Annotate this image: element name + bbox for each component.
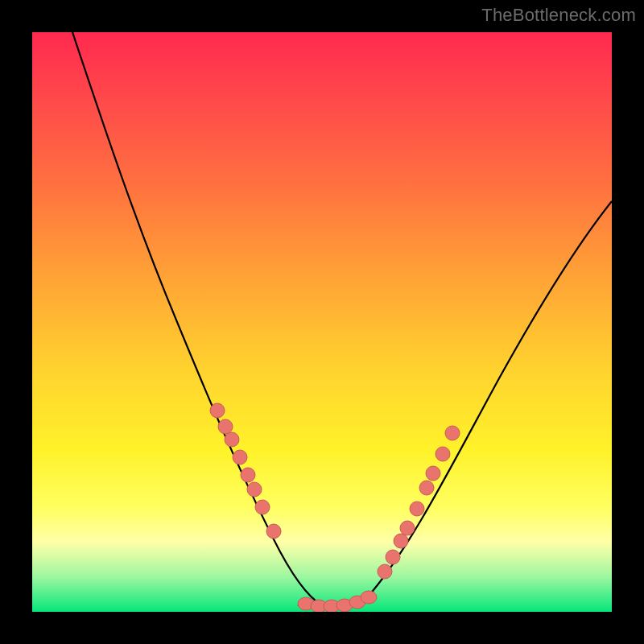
marker-dot <box>266 524 281 539</box>
marker-dot-flat <box>361 591 377 604</box>
curve-svg <box>32 32 612 612</box>
marker-dot <box>247 482 262 497</box>
bottleneck-curve-right <box>322 201 612 605</box>
marker-dot <box>426 466 440 481</box>
chart-frame: TheBottleneck.com <box>0 0 644 644</box>
marker-dot <box>241 468 255 482</box>
marker-dot <box>225 432 239 447</box>
marker-dot <box>410 502 424 516</box>
marker-dot <box>394 534 408 548</box>
marker-dot <box>210 403 225 418</box>
watermark-text: TheBottleneck.com <box>481 5 636 26</box>
marker-dot <box>378 564 392 579</box>
marker-dot <box>255 500 270 514</box>
plot-area <box>32 32 612 612</box>
marker-dot <box>400 521 415 535</box>
marker-dot <box>436 447 450 461</box>
marker-dot <box>445 426 460 440</box>
marker-dot <box>218 419 233 434</box>
bottleneck-curve-left <box>72 32 322 605</box>
marker-dot <box>233 450 247 464</box>
marker-dot <box>419 481 434 495</box>
marker-dot <box>386 550 400 564</box>
